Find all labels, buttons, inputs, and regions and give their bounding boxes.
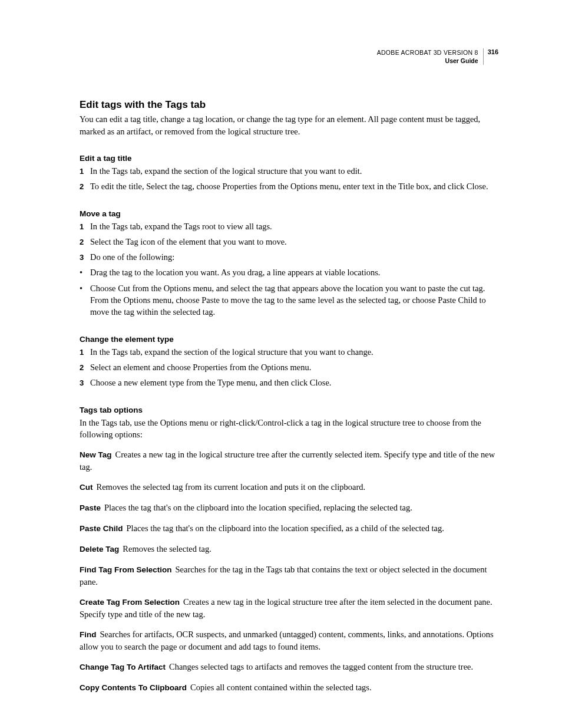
list-item: 1In the Tags tab, expand the section of … bbox=[80, 165, 498, 177]
definition-item: New TagCreates a new tag in the logical … bbox=[80, 449, 498, 473]
definition-term: Find Tag From Selection bbox=[80, 565, 172, 574]
intro-paragraph: You can edit a tag title, change a tag l… bbox=[80, 113, 498, 137]
definition-item: CutRemoves the selected tag from its cur… bbox=[80, 481, 498, 493]
list-marker: 2 bbox=[80, 363, 90, 373]
list-marker: 3 bbox=[80, 378, 90, 388]
definition-term: Copy Contents To Clipboard bbox=[80, 683, 187, 692]
bullet-list-move-tag: •Drag the tag to the location you want. … bbox=[80, 266, 498, 318]
list-item: 3Choose a new element type from the Type… bbox=[80, 377, 498, 388]
definition-desc: Changes selected tags to artifacts and r… bbox=[169, 662, 473, 671]
list-item: •Drag the tag to the location you want. … bbox=[80, 266, 498, 278]
list-text: To edit the title, Select the tag, choos… bbox=[90, 180, 498, 192]
list-move-tag: 1In the Tags tab, expand the Tags root t… bbox=[80, 220, 498, 263]
list-item: 2Select an element and choose Properties… bbox=[80, 361, 498, 373]
list-item: 1In the Tags tab, expand the Tags root t… bbox=[80, 220, 498, 232]
definition-term: Cut bbox=[80, 483, 93, 492]
definition-item: Create Tag From SelectionCreates a new t… bbox=[80, 596, 498, 620]
list-marker: 1 bbox=[80, 222, 90, 232]
list-marker: 2 bbox=[80, 237, 90, 248]
tags-options-intro: In the Tags tab, use the Options menu or… bbox=[80, 417, 498, 441]
list-text: Select the Tag icon of the element that … bbox=[90, 236, 498, 248]
bullet-icon: • bbox=[80, 282, 90, 294]
page-header: ADOBE ACROBAT 3D VERSION 8 User Guide 31… bbox=[80, 48, 498, 65]
page-title: Edit tags with the Tags tab bbox=[80, 99, 498, 111]
list-text: In the Tags tab, expand the section of t… bbox=[90, 346, 498, 358]
header-text: ADOBE ACROBAT 3D VERSION 8 User Guide bbox=[377, 48, 484, 65]
definition-item: FindSearches for artifacts, OCR suspects… bbox=[80, 628, 498, 653]
list-item: 2Select the Tag icon of the element that… bbox=[80, 236, 498, 248]
header-guide: User Guide bbox=[377, 57, 478, 65]
list-item: 1In the Tags tab, expand the section of … bbox=[80, 346, 498, 358]
definition-term: Delete Tag bbox=[80, 545, 119, 554]
list-text: Select an element and choose Properties … bbox=[90, 361, 498, 373]
definition-desc: Places the tag that's on the clipboard i… bbox=[104, 503, 412, 512]
header-product: ADOBE ACROBAT 3D VERSION 8 bbox=[377, 48, 478, 57]
subhead-edit-title: Edit a tag title bbox=[80, 154, 498, 163]
list-item: 3Do one of the following: bbox=[80, 251, 498, 263]
bullet-icon: • bbox=[80, 266, 90, 278]
definition-item: PastePlaces the tag that's on the clipbo… bbox=[80, 502, 498, 514]
subhead-change-type: Change the element type bbox=[80, 335, 498, 344]
definition-term: Change Tag To Artifact bbox=[80, 663, 166, 671]
definition-desc: Places the tag that's on the clipboard i… bbox=[127, 523, 444, 533]
list-change-type: 1In the Tags tab, expand the section of … bbox=[80, 346, 498, 389]
document-page: ADOBE ACROBAT 3D VERSION 8 User Guide 31… bbox=[0, 0, 562, 694]
list-marker: 3 bbox=[80, 252, 90, 263]
definition-desc: Copies all content contained within the … bbox=[190, 683, 372, 692]
list-text: Drag the tag to the location you want. A… bbox=[90, 266, 498, 278]
list-item: •Choose Cut from the Options menu, and s… bbox=[80, 282, 498, 318]
definition-item: Paste ChildPlaces the tag that's on the … bbox=[80, 522, 498, 535]
list-item: 2To edit the title, Select the tag, choo… bbox=[80, 180, 498, 192]
list-text: Do one of the following: bbox=[90, 251, 498, 263]
definition-item: Find Tag From SelectionSearches for the … bbox=[80, 564, 498, 588]
definition-term: Paste bbox=[80, 503, 101, 512]
list-text: In the Tags tab, expand the section of t… bbox=[90, 165, 498, 177]
definition-desc: Creates a new tag in the logical structu… bbox=[80, 450, 495, 472]
definition-item: Delete TagRemoves the selected tag. bbox=[80, 543, 498, 555]
definition-desc: Removes the selected tag from its curren… bbox=[97, 482, 366, 492]
list-edit-title: 1In the Tags tab, expand the section of … bbox=[80, 165, 498, 193]
definition-term: Create Tag From Selection bbox=[80, 598, 180, 607]
definition-item: Copy Contents To ClipboardCopies all con… bbox=[80, 681, 498, 694]
list-marker: 1 bbox=[80, 166, 90, 177]
list-text: Choose Cut from the Options menu, and se… bbox=[90, 282, 498, 318]
definition-term: Paste Child bbox=[80, 524, 123, 533]
definition-term: Find bbox=[80, 630, 97, 639]
definition-term: New Tag bbox=[80, 450, 112, 459]
subhead-tags-options: Tags tab options bbox=[80, 406, 498, 414]
page-number: 316 bbox=[484, 48, 498, 65]
subhead-move-tag: Move a tag bbox=[80, 209, 498, 218]
list-marker: 2 bbox=[80, 182, 90, 192]
list-text: Choose a new element type from the Type … bbox=[90, 377, 498, 388]
definition-item: Change Tag To ArtifactChanges selected t… bbox=[80, 661, 498, 673]
definition-desc: Searches for artifacts, OCR suspects, an… bbox=[80, 630, 494, 651]
list-text: In the Tags tab, expand the Tags root to… bbox=[90, 220, 498, 232]
list-marker: 1 bbox=[80, 347, 90, 358]
definition-desc: Removes the selected tag. bbox=[123, 544, 211, 554]
